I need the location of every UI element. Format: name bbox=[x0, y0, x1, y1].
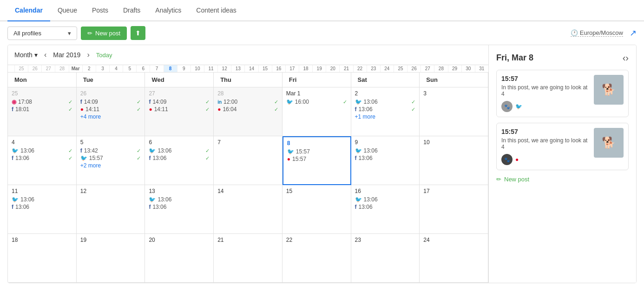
next-month-button[interactable]: › bbox=[84, 50, 92, 60]
timeline-day: 13 bbox=[231, 65, 244, 72]
event-row: f14:09✓ bbox=[149, 99, 210, 105]
event-time: 16:00 bbox=[295, 99, 309, 105]
timeline-day: 17 bbox=[285, 65, 299, 72]
tab-drafts[interactable]: Drafts bbox=[116, 0, 148, 20]
post-thumbnail: 🐕 bbox=[594, 128, 624, 158]
event-time: 17:08 bbox=[18, 99, 32, 105]
facebook-icon: f bbox=[12, 204, 13, 210]
facebook-icon: f bbox=[12, 155, 13, 161]
calendar-cell[interactable]: 19 bbox=[77, 234, 145, 283]
cell-date: 20 bbox=[149, 237, 210, 243]
cell-date: 4 bbox=[12, 139, 72, 146]
avatar: 🐾 bbox=[501, 154, 513, 165]
twitter-icon: 🐦 bbox=[355, 196, 362, 203]
pinterest-icon: ● bbox=[80, 106, 84, 113]
profiles-dropdown[interactable]: All profiles ▾ bbox=[7, 27, 77, 40]
calendar-cell[interactable]: 24 bbox=[420, 234, 488, 283]
tab-posts[interactable]: Posts bbox=[85, 0, 116, 20]
pencil-icon: ✏ bbox=[87, 30, 92, 37]
calendar-container: Month ▾ ‹ Mar 2019 › Today 25262728Mar23… bbox=[7, 45, 637, 283]
timeline-day: 3 bbox=[96, 65, 109, 72]
post-card[interactable]: 15:57In this post, we are going to look … bbox=[496, 70, 629, 117]
tab-calendar[interactable]: Calendar bbox=[7, 0, 50, 21]
tab-queue[interactable]: Queue bbox=[50, 0, 85, 20]
more-events-link[interactable]: +1 more bbox=[355, 113, 416, 120]
cell-date: 23 bbox=[355, 237, 416, 243]
cell-date: Mar 1 bbox=[286, 90, 347, 97]
today-button[interactable]: Today bbox=[96, 52, 112, 59]
calendar-cell[interactable]: 28in12:00✓●16:04✓ bbox=[214, 87, 283, 136]
tab-content-ideas[interactable]: Content ideas bbox=[189, 0, 243, 20]
event-time: 13:06 bbox=[364, 99, 378, 105]
calendar-cell[interactable]: 2🐦13:06✓f13:06✓+1 more bbox=[351, 87, 420, 136]
event-time: 18:01 bbox=[15, 106, 29, 113]
calendar-cell[interactable]: 3 bbox=[420, 87, 488, 136]
calendar-cell[interactable]: 12 bbox=[77, 185, 145, 234]
sidebar-next-button[interactable]: › bbox=[625, 53, 629, 63]
calendar-cell[interactable]: 8🐦15:57●15:57 bbox=[283, 136, 351, 185]
calendar-cell[interactable]: 17 bbox=[420, 185, 488, 234]
more-events-link[interactable]: +4 more bbox=[80, 113, 141, 120]
calendar-cell[interactable]: 5f13:42✓🐦15:57✓+2 more bbox=[77, 136, 145, 185]
current-month-label: Mar 2019 bbox=[53, 51, 80, 59]
calendar-cell[interactable]: 25◉17:08✓f18:01✓ bbox=[8, 87, 77, 136]
timeline-day: 10 bbox=[191, 65, 204, 72]
timeline-day: 16 bbox=[272, 65, 285, 72]
calendar-cell[interactable]: 6🐦13:06✓f13:06✓ bbox=[145, 136, 214, 185]
calendar-cell[interactable]: 26f14:09✓●14:11✓+4 more bbox=[77, 87, 145, 136]
calendar-cell[interactable]: 14 bbox=[214, 185, 283, 234]
checkmark-icon: ✓ bbox=[274, 106, 278, 113]
calendar-cell[interactable]: 9🐦13:06f13:06 bbox=[351, 136, 420, 185]
calendar-cell[interactable]: 4🐦13:06✓f13:06✓ bbox=[8, 136, 77, 185]
day-header: Wed bbox=[145, 73, 214, 87]
tab-analytics[interactable]: Analytics bbox=[148, 0, 189, 20]
timeline-day: 26 bbox=[28, 65, 41, 72]
calendar-cell[interactable]: 7 bbox=[214, 136, 283, 185]
event-row: f13:06✓ bbox=[355, 106, 416, 113]
expand-icon[interactable]: ↗ bbox=[630, 28, 637, 38]
more-events-link[interactable]: +2 more bbox=[80, 162, 141, 169]
pencil-icon: ✏ bbox=[496, 176, 501, 183]
calendar-cell[interactable]: 20 bbox=[145, 234, 214, 283]
calendar-cell[interactable]: 15 bbox=[283, 185, 351, 234]
sidebar-new-post-button[interactable]: ✏ New post bbox=[496, 176, 529, 183]
view-selector[interactable]: Month ▾ bbox=[14, 51, 38, 59]
timeline-day: 25 bbox=[394, 65, 407, 72]
event-row: in12:00✓ bbox=[217, 99, 278, 105]
chevron-down-icon: ▾ bbox=[68, 30, 71, 37]
day-header: Mon bbox=[8, 73, 77, 87]
checkmark-icon: ✓ bbox=[137, 148, 141, 154]
checkmark-icon: ✓ bbox=[411, 99, 415, 105]
import-button[interactable]: ⬆ bbox=[131, 26, 145, 40]
calendar-cell[interactable]: Mar 1🐦16:00✓ bbox=[283, 87, 351, 136]
calendar-cell[interactable]: 21 bbox=[214, 234, 283, 283]
calendar-cell[interactable]: 23 bbox=[351, 234, 420, 283]
timeline-day: 23 bbox=[367, 65, 380, 72]
timeline-day: 26 bbox=[407, 65, 421, 72]
post-time: 15:57 bbox=[501, 128, 589, 135]
post-card[interactable]: 15:57In this post, we are going to look … bbox=[496, 123, 629, 170]
timeline-day: 29 bbox=[448, 65, 461, 72]
facebook-icon: f bbox=[149, 155, 151, 161]
calendar-cell[interactable]: 16🐦13:06f13:06 bbox=[351, 185, 420, 234]
cell-date: 28 bbox=[217, 90, 278, 97]
calendar-cell[interactable]: 22 bbox=[283, 234, 351, 283]
calendar-cell[interactable]: 13🐦13:06f13:06 bbox=[145, 185, 214, 234]
sidebar-prev-button[interactable]: ‹ bbox=[623, 53, 626, 63]
checkmark-icon: ✓ bbox=[68, 148, 72, 154]
new-post-button[interactable]: ✏ New post bbox=[81, 27, 127, 40]
pinterest-icon: ● bbox=[217, 106, 221, 113]
calendar-cell[interactable]: 18 bbox=[8, 234, 77, 283]
calendar-cell[interactable]: 10 bbox=[420, 136, 488, 185]
event-time: 14:11 bbox=[85, 106, 99, 113]
event-time: 13:06 bbox=[364, 147, 378, 154]
nav-tabs: Calendar Queue Posts Drafts Analytics Co… bbox=[0, 0, 644, 21]
event-row: 🐦16:00✓ bbox=[286, 99, 347, 105]
cell-date: 22 bbox=[286, 237, 347, 243]
calendar-cell[interactable]: 27f14:09✓●14:11✓ bbox=[145, 87, 214, 136]
event-time: 15:57 bbox=[296, 148, 310, 155]
facebook-icon: f bbox=[80, 99, 82, 105]
prev-month-button[interactable]: ‹ bbox=[41, 50, 49, 60]
cell-date: 16 bbox=[355, 188, 416, 194]
calendar-cell[interactable]: 11🐦13:06f13:06 bbox=[8, 185, 77, 234]
